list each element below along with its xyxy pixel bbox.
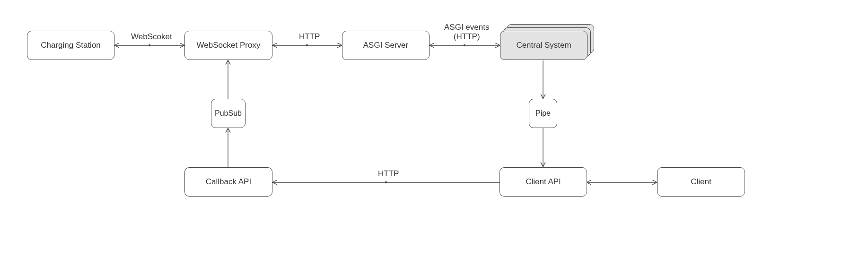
node-asgi-server: ASGI Server [342, 31, 430, 60]
node-pubsub: PubSub [211, 99, 245, 128]
node-charging-station: Charging Station [27, 31, 114, 60]
edge-dot [464, 44, 465, 46]
node-client-api: Client API [500, 167, 587, 197]
edge-label-asgi-central: ASGI events (HTTP) [443, 23, 490, 42]
edge-dot [149, 44, 150, 46]
node-central-system: Central System [500, 31, 587, 60]
edge-label-wsproxy-asgi: HTTP [298, 32, 321, 42]
edge-label-callback-client: HTTP [377, 169, 400, 179]
architecture-diagram: Charging Station WebSocket Proxy ASGI Se… [0, 0, 868, 257]
node-pipe: Pipe [529, 99, 557, 128]
node-callback-api: Callback API [184, 167, 272, 197]
edge-dot [306, 44, 308, 46]
node-websocket-proxy: WebSocket Proxy [184, 31, 272, 60]
edge-label-websocket: WebScoket [130, 32, 173, 42]
node-client: Client [657, 167, 745, 197]
edge-dot [385, 181, 387, 183]
